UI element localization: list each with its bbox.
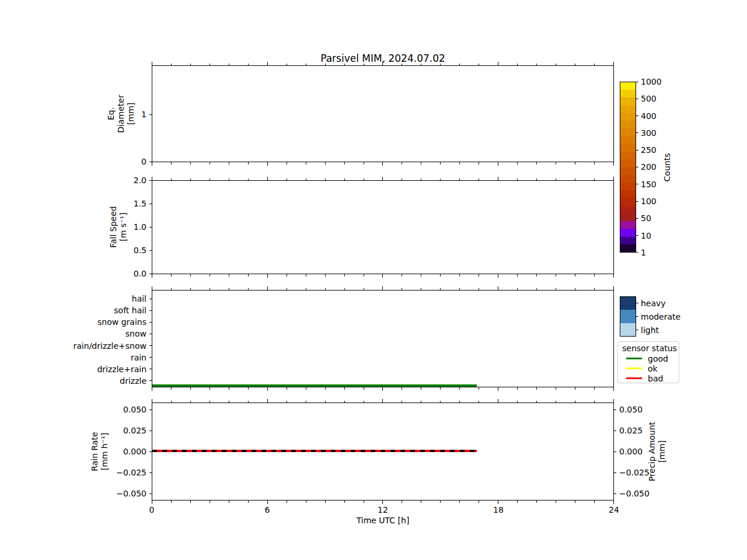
sensor-legend-title: sensor status xyxy=(622,344,675,353)
colorbar-tick-label: 100 xyxy=(641,197,657,206)
yticks-fall-speed: 2.0 1.5 1.0 0.5 0.0 xyxy=(0,180,152,274)
ytick-label: 0.000 xyxy=(123,447,146,456)
colorbar-tick-label: 1000 xyxy=(641,77,662,86)
tick-mark xyxy=(636,235,638,236)
colorbar-tick-label: 500 xyxy=(641,94,657,103)
ytick-label: −0.025 xyxy=(116,468,146,477)
colorbar-tick-label: 10 xyxy=(641,231,651,240)
ytick-label: 0.000 xyxy=(619,447,643,456)
x-tick-strip xyxy=(152,162,615,166)
tick-mark xyxy=(149,299,152,299)
tick-mark xyxy=(149,345,152,346)
xtick-label: 18 xyxy=(493,505,504,514)
tick-mark xyxy=(636,316,638,317)
panel-precip-type xyxy=(152,290,614,387)
intensity-label: moderate xyxy=(641,312,680,321)
counts-colorbar-ticks: 1000 500 400 300 250 200 150 100 50 10 1 xyxy=(636,82,662,253)
ok-line-swatch xyxy=(626,368,642,369)
tick-mark xyxy=(149,357,152,358)
ytick-label: 0.050 xyxy=(619,405,643,414)
tick-mark xyxy=(636,116,638,116)
tick-mark xyxy=(149,494,152,494)
category-label: snow xyxy=(125,329,146,338)
tick-mark xyxy=(636,252,638,253)
xtick-label: 6 xyxy=(265,505,270,514)
category-label: hail xyxy=(132,294,146,303)
panel-rain-rate xyxy=(152,402,614,501)
xtick-label: 12 xyxy=(378,505,388,514)
colorbar-tick-label: 50 xyxy=(641,214,651,223)
parsivel-daily-plot: { "title": "Parsivel MIM, 2024.07.02", "… xyxy=(0,0,747,560)
category-label: snow grains xyxy=(97,317,146,327)
legend-label: ok xyxy=(648,364,658,373)
tick-mark xyxy=(614,473,616,473)
intensity-label: heavy xyxy=(641,299,666,308)
tick-mark xyxy=(149,473,152,473)
yticks-eq-diameter: 1 0 xyxy=(0,114,152,162)
tick-mark xyxy=(614,430,616,431)
intensity-label: light xyxy=(641,326,659,335)
sensor-status-good-line xyxy=(152,384,477,387)
tick-mark xyxy=(149,227,152,228)
ytick-label: −0.050 xyxy=(619,489,650,498)
intensity-band-light xyxy=(620,323,636,336)
legend-label: bad xyxy=(648,374,663,383)
ytick-label: 0.050 xyxy=(123,405,146,414)
category-label: drizzle xyxy=(120,376,146,386)
tick-mark xyxy=(149,204,152,204)
xtick-label: 0 xyxy=(149,505,155,514)
ytick-label: 0 xyxy=(141,157,146,166)
tick-mark xyxy=(636,218,638,219)
tick-mark xyxy=(149,250,152,251)
ytick-label: 0.025 xyxy=(123,426,146,435)
tick-mark xyxy=(149,369,152,369)
panel-fall-speed xyxy=(152,180,614,274)
tick-mark xyxy=(149,310,152,311)
xtick-labels: 0 6 12 18 24 xyxy=(152,505,614,514)
intensity-legend-colorbar xyxy=(620,296,636,337)
colorbar-tick-label: 1 xyxy=(641,248,646,257)
yticks-rain-rate: 0.050 0.025 0.000 −0.025 −0.050 xyxy=(0,410,152,494)
legend-item-ok: ok xyxy=(622,363,675,373)
tick-mark xyxy=(149,410,152,410)
xlabel-time-utc: Time UTC [h] xyxy=(152,516,614,525)
yticks-precip-amount: 0.050 0.025 0.000 −0.025 −0.050 xyxy=(614,410,696,494)
x-tick-strip xyxy=(152,62,615,65)
counts-colorbar-gradient xyxy=(620,82,636,252)
tick-mark xyxy=(149,430,152,431)
ytick-label: −0.050 xyxy=(116,489,146,498)
legend-label: good xyxy=(648,354,668,363)
category-label: drizzle+rain xyxy=(97,365,146,374)
colorbar-label: Counts xyxy=(662,153,672,182)
tick-mark xyxy=(636,167,638,167)
ytick-label: 0.0 xyxy=(134,269,146,278)
tick-mark xyxy=(614,410,616,410)
tick-mark xyxy=(149,114,152,115)
yticks-precip-type: hail soft hail snow grains snow rain/dri… xyxy=(0,299,152,381)
category-label: soft hail xyxy=(114,306,146,315)
tick-mark xyxy=(149,322,152,323)
x-tick-strip xyxy=(152,501,615,504)
tick-mark xyxy=(636,201,638,202)
tick-mark xyxy=(614,494,616,494)
x-tick-strip xyxy=(152,387,615,391)
colorbar-tick-label: 250 xyxy=(641,145,657,155)
tick-mark xyxy=(636,330,638,330)
bad-line-swatch xyxy=(626,377,642,379)
ytick-label: 0.5 xyxy=(134,246,146,255)
tick-mark xyxy=(149,380,152,381)
x-tick-strip xyxy=(152,399,615,402)
legend-item-good: good xyxy=(622,354,675,363)
colorbar-tick-label: 200 xyxy=(641,162,657,172)
ytick-label: 1 xyxy=(141,110,146,119)
intensity-band-moderate xyxy=(620,310,636,323)
intensity-band-heavy xyxy=(620,297,636,310)
tick-mark xyxy=(149,334,152,334)
ytick-label: 0.025 xyxy=(619,426,643,435)
colorbar-tick-label: 300 xyxy=(641,128,657,138)
intensity-legend-labels: heavy moderate light xyxy=(636,296,680,337)
category-label: rain/drizzle+snow xyxy=(74,341,146,351)
sensor-status-legend: sensor status good ok bad xyxy=(617,341,679,383)
category-label: rain xyxy=(131,353,146,362)
x-tick-strip xyxy=(152,177,615,180)
